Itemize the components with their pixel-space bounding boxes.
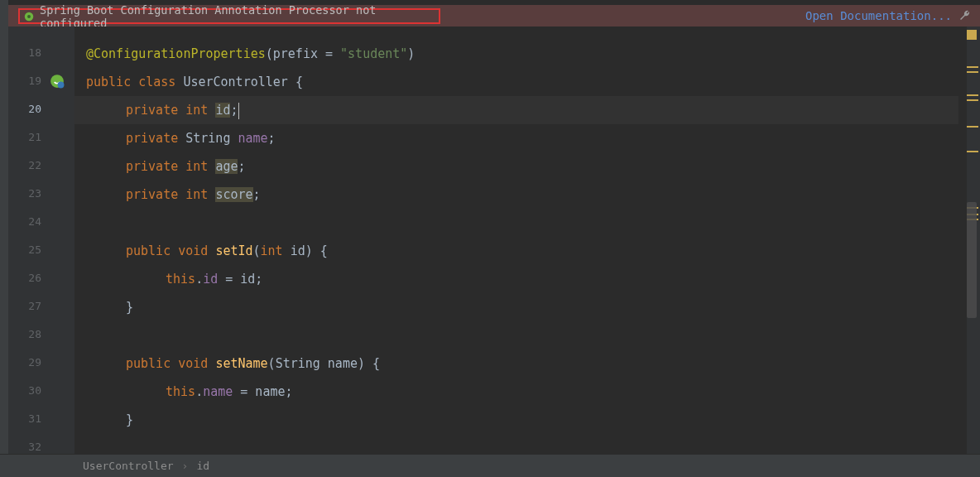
line-number: 31: [8, 412, 41, 425]
breadcrumb-class[interactable]: UserController: [83, 460, 174, 472]
line-number: 25: [8, 243, 41, 256]
breadcrumb-bar: UserController › id: [0, 454, 980, 477]
line-number: 19: [8, 75, 41, 87]
warning-marker[interactable]: [967, 66, 978, 68]
editor-gutter: 18 19 20 21 22 23 24 25 26 27 28 29 30 3…: [8, 26, 74, 457]
open-documentation-link[interactable]: Open Documentation...: [805, 9, 952, 22]
code-line: private int age;: [126, 152, 246, 181]
code-line: @ConfigurationProperties(prefix = "stude…: [86, 40, 415, 68]
spring-icon: [23, 11, 35, 22]
line-number: 23: [8, 187, 41, 200]
code-line-current: private int id;: [74, 96, 958, 124]
line-number: 26: [8, 272, 41, 284]
notification-banner: Spring Boot Configuration Annotation Pro…: [0, 5, 980, 26]
left-tool-strip: [0, 0, 8, 477]
svg-point-3: [58, 82, 65, 89]
warning-marker[interactable]: [967, 94, 978, 96]
code-line: public void setId(int id) {: [126, 237, 328, 265]
error-stripe[interactable]: [967, 26, 980, 454]
spring-bean-gutter-icon[interactable]: [50, 74, 65, 89]
code-line: private int score;: [126, 181, 261, 209]
code-editor[interactable]: @ConfigurationProperties(prefix = "stude…: [74, 26, 958, 454]
code-line: this.name = name;: [166, 378, 293, 406]
warning-marker[interactable]: [967, 126, 978, 128]
code-line: public class UserController {: [86, 68, 303, 96]
line-number: 21: [8, 131, 41, 143]
line-number: 24: [8, 215, 41, 228]
line-number: 20: [8, 103, 41, 115]
warning-marker[interactable]: [967, 151, 978, 152]
line-number: 32: [8, 441, 41, 453]
code-line: private String name;: [126, 124, 276, 152]
breadcrumb-field[interactable]: id: [196, 460, 209, 472]
notification-text: Spring Boot Configuration Annotation Pro…: [40, 3, 439, 30]
warning-marker[interactable]: [967, 71, 978, 73]
line-number: 30: [8, 384, 41, 397]
text-caret: [238, 103, 239, 119]
breadcrumb-separator-icon: ›: [182, 460, 189, 472]
notification-highlight-box: Spring Boot Configuration Annotation Pro…: [18, 8, 440, 24]
code-line: }: [126, 406, 133, 434]
line-number: 22: [8, 159, 41, 171]
code-line: this.id = id;: [166, 265, 262, 293]
line-number: 28: [8, 328, 41, 340]
svg-point-1: [27, 15, 31, 18]
code-line: }: [126, 293, 133, 321]
line-number: 18: [8, 46, 41, 59]
line-number: 29: [8, 356, 41, 369]
code-line: public void setName(String name) {: [126, 349, 380, 378]
line-number: 27: [8, 300, 41, 312]
warning-marker[interactable]: [967, 99, 978, 101]
wrench-icon[interactable]: [958, 9, 972, 22]
scrollbar-thumb[interactable]: [967, 202, 977, 318]
inspection-indicator[interactable]: [967, 30, 977, 40]
